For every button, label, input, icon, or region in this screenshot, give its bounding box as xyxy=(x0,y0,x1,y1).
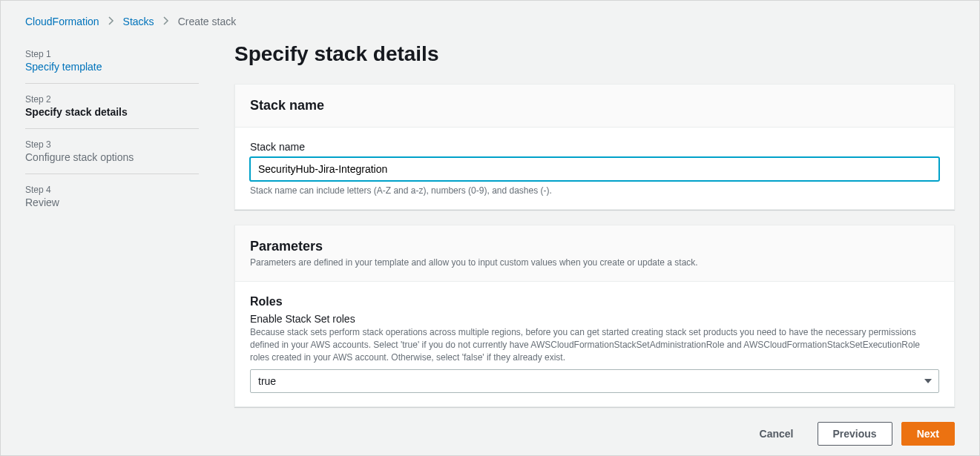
stack-name-heading: Stack name xyxy=(250,98,939,113)
chevron-right-icon xyxy=(108,16,114,27)
step-title: Specify template xyxy=(25,61,199,73)
step-specify-template[interactable]: Step 1 Specify template xyxy=(25,49,199,84)
breadcrumb-stacks[interactable]: Stacks xyxy=(123,16,154,27)
step-title: Specify stack details xyxy=(25,106,199,118)
enable-stack-set-roles-label: Enable Stack Set roles xyxy=(250,313,939,325)
wizard-steps: Step 1 Specify template Step 2 Specify s… xyxy=(25,42,199,446)
parameters-heading: Parameters xyxy=(250,239,939,254)
step-number: Step 3 xyxy=(25,139,199,150)
breadcrumb: CloudFormation Stacks Create stack xyxy=(1,1,979,42)
step-title: Review xyxy=(25,196,199,208)
parameters-panel: Parameters Parameters are defined in you… xyxy=(234,225,955,407)
main-content: Specify stack details Stack name Stack n… xyxy=(234,42,955,446)
page-title: Specify stack details xyxy=(234,42,955,66)
step-number: Step 2 xyxy=(25,94,199,105)
step-review: Step 4 Review xyxy=(25,185,199,219)
parameters-desc: Parameters are defined in your template … xyxy=(250,257,939,268)
next-button[interactable]: Next xyxy=(901,422,955,446)
enable-stack-set-roles-desc: Because stack sets perform stack operati… xyxy=(250,326,939,363)
step-number: Step 1 xyxy=(25,49,199,59)
step-specify-stack-details: Step 2 Specify stack details xyxy=(25,94,199,129)
select-value: true xyxy=(258,375,276,387)
stack-name-panel: Stack name Stack name Stack name can inc… xyxy=(234,84,955,210)
step-number: Step 4 xyxy=(25,185,199,195)
enable-stack-set-roles-select[interactable]: true xyxy=(250,369,939,393)
stack-name-input[interactable] xyxy=(250,157,939,181)
breadcrumb-current: Create stack xyxy=(178,16,237,27)
breadcrumb-cloudformation[interactable]: CloudFormation xyxy=(25,16,99,27)
stack-name-label: Stack name xyxy=(250,141,939,153)
roles-group-title: Roles xyxy=(250,295,939,308)
step-title: Configure stack options xyxy=(25,151,199,163)
chevron-right-icon xyxy=(163,16,169,27)
stack-name-helper: Stack name can include letters (A-Z and … xyxy=(250,185,939,196)
previous-button[interactable]: Previous xyxy=(818,422,892,446)
step-configure-stack-options: Step 3 Configure stack options xyxy=(25,139,199,174)
wizard-actions: Cancel Previous Next xyxy=(234,422,955,446)
cancel-button[interactable]: Cancel xyxy=(745,422,809,446)
